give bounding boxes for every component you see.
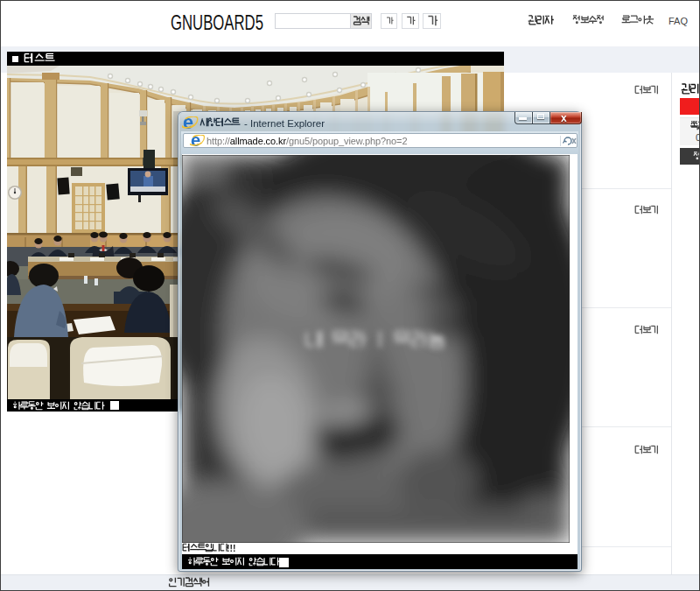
svg-text:- Internet Explorer: - Internet Explorer (244, 118, 325, 129)
svg-text:0: 0 (696, 132, 700, 143)
svg-text:FAQ: FAQ (668, 16, 688, 26)
svg-text:e: e (191, 135, 200, 148)
svg-text:http://allmade.co.kr/gnu5/popu: http://allmade.co.kr/gnu5/popup_view.php… (206, 136, 407, 146)
svg-text:x: x (561, 112, 567, 124)
svg-text:GNUBOARD5: GNUBOARD5 (171, 11, 263, 34)
svg-text:!!!: !!! (227, 543, 236, 553)
svg-text:e: e (183, 116, 193, 130)
